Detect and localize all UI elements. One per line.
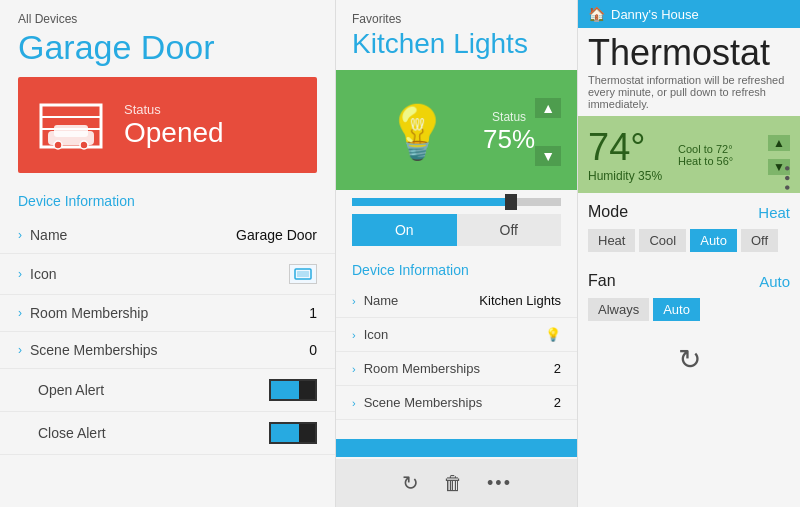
chevron-icon: › xyxy=(18,228,22,242)
row-value-name: Garage Door xyxy=(236,227,317,243)
row-value-icon xyxy=(289,264,317,284)
more-options-icon[interactable]: ••• xyxy=(487,473,512,494)
chevron-icon: › xyxy=(352,295,356,307)
mid-row-value-room: 2 xyxy=(554,361,561,376)
mode-btn-heat[interactable]: Heat xyxy=(588,229,635,252)
light-status-label: Status xyxy=(483,110,535,124)
status-label: Status xyxy=(124,102,224,117)
refresh-icon[interactable]: ↻ xyxy=(402,471,419,495)
chevron-icon: › xyxy=(352,363,356,375)
mid-info-row-name[interactable]: › Name Kitchen Lights xyxy=(336,284,577,318)
heat-to-label: Heat to xyxy=(678,155,713,167)
left-device-title: Garage Door xyxy=(0,26,335,77)
mid-info-row-icon[interactable]: › Icon 💡 xyxy=(336,318,577,352)
mode-buttons: Heat Cool Auto Off xyxy=(588,229,790,252)
mid-row-label-name: Name xyxy=(364,293,480,308)
toggle-knob xyxy=(299,424,315,442)
row-value-scene: 0 xyxy=(309,342,317,358)
right-header: 🏠 Danny's House xyxy=(578,0,800,28)
card-arrows: ▲ ▼ xyxy=(535,98,561,166)
svg-point-5 xyxy=(54,141,62,149)
cool-to-value: 72° xyxy=(716,143,733,155)
fan-section: Fan Auto Always Auto xyxy=(578,264,800,329)
cool-to-label: Cool to xyxy=(678,143,713,155)
close-alert-row: Close Alert xyxy=(0,412,335,455)
info-row-icon[interactable]: › Icon xyxy=(0,254,335,295)
mode-btn-auto[interactable]: Auto xyxy=(690,229,737,252)
mid-row-value-name: Kitchen Lights xyxy=(479,293,561,308)
cool-to-row: Cool to 72° xyxy=(678,143,733,155)
right-more-dots-icon[interactable]: ••• xyxy=(778,166,796,195)
mode-label: Mode xyxy=(588,203,758,221)
thermo-details: Humidity 35% xyxy=(588,169,662,183)
info-row-room[interactable]: › Room Membership 1 xyxy=(0,295,335,332)
right-refresh-icon[interactable]: ↻ xyxy=(678,343,701,376)
chevron-icon: › xyxy=(18,343,22,357)
brightness-slider-track[interactable] xyxy=(352,198,561,206)
open-alert-toggle[interactable] xyxy=(269,379,317,401)
lightbulb-icon: 💡 xyxy=(385,102,450,163)
right-subtitle: Thermostat information will be refreshed… xyxy=(578,74,800,116)
info-row-name[interactable]: › Name Garage Door xyxy=(0,217,335,254)
mid-info-row-room[interactable]: › Room Memberships 2 xyxy=(336,352,577,386)
row-label-name: Name xyxy=(30,227,236,243)
right-device-title: Thermostat xyxy=(578,28,800,74)
close-alert-label: Close Alert xyxy=(18,425,269,441)
fan-label-row: Fan Auto xyxy=(588,272,790,290)
mid-row-label-icon: Icon xyxy=(364,327,545,342)
svg-rect-4 xyxy=(54,125,88,137)
open-alert-row: Open Alert xyxy=(0,369,335,412)
mid-info-row-scene[interactable]: › Scene Memberships 2 xyxy=(336,386,577,420)
mid-panel: Favorites Kitchen Lights 💡 Status 75% ▲ … xyxy=(335,0,577,507)
chevron-icon: › xyxy=(18,306,22,320)
mode-label-row: Mode Heat xyxy=(588,203,790,221)
blue-bar xyxy=(336,439,577,457)
light-status-card: 💡 Status 75% ▲ ▼ xyxy=(336,70,577,190)
svg-point-6 xyxy=(80,141,88,149)
info-row-scene[interactable]: › Scene Memberships 0 xyxy=(0,332,335,369)
mid-row-value-icon: 💡 xyxy=(545,327,561,342)
temperature-display: 74° xyxy=(588,126,662,169)
fan-btn-always[interactable]: Always xyxy=(588,298,649,321)
brightness-up-arrow[interactable]: ▲ xyxy=(535,98,561,118)
mode-section: Mode Heat Heat Cool Auto Off xyxy=(578,193,800,264)
mode-value: Heat xyxy=(758,204,790,221)
status-info: Status Opened xyxy=(124,102,224,149)
brightness-slider-area xyxy=(336,190,577,214)
right-panel: 🏠 Danny's House Thermostat Thermostat in… xyxy=(577,0,800,507)
light-status-box: Status 75% xyxy=(483,110,535,155)
breadcrumb-mid: Favorites xyxy=(336,0,577,26)
open-alert-label: Open Alert xyxy=(18,382,269,398)
delete-icon[interactable]: 🗑 xyxy=(443,472,463,495)
svg-rect-8 xyxy=(297,271,309,277)
right-bottom-action: ↻ xyxy=(578,329,800,390)
device-info-title: Device Information xyxy=(0,189,335,217)
mode-btn-off[interactable]: Off xyxy=(741,229,778,252)
fan-buttons: Always Auto xyxy=(588,298,790,321)
row-label-room: Room Membership xyxy=(30,305,309,321)
breadcrumb-left: All Devices xyxy=(0,0,335,26)
fan-label: Fan xyxy=(588,272,759,290)
off-button[interactable]: Off xyxy=(457,214,562,246)
fan-btn-auto[interactable]: Auto xyxy=(653,298,700,321)
heat-to-row: Heat to 56° xyxy=(678,155,733,167)
humidity-value: 35% xyxy=(638,169,662,183)
close-alert-toggle[interactable] xyxy=(269,422,317,444)
chevron-icon: › xyxy=(352,329,356,341)
mode-btn-cool[interactable]: Cool xyxy=(639,229,686,252)
temp-up-arrow[interactable]: ▲ xyxy=(768,135,790,151)
mid-row-label-room: Room Memberships xyxy=(364,361,554,376)
row-value-room: 1 xyxy=(309,305,317,321)
brightness-down-arrow[interactable]: ▼ xyxy=(535,146,561,166)
humidity-label: Humidity xyxy=(588,169,635,183)
toggle-knob xyxy=(299,381,315,399)
thermostat-card: 74° Humidity 35% Cool to 72° Heat to 56°… xyxy=(578,116,800,193)
on-button[interactable]: On xyxy=(352,214,457,246)
row-label-icon: Icon xyxy=(30,266,289,282)
mid-row-label-scene: Scene Memberships xyxy=(364,395,554,410)
mid-device-info-title: Device Information xyxy=(336,258,577,284)
mid-row-value-scene: 2 xyxy=(554,395,561,410)
slider-thumb[interactable] xyxy=(505,194,517,210)
heat-to-value: 56° xyxy=(717,155,734,167)
garage-icon xyxy=(36,95,106,155)
